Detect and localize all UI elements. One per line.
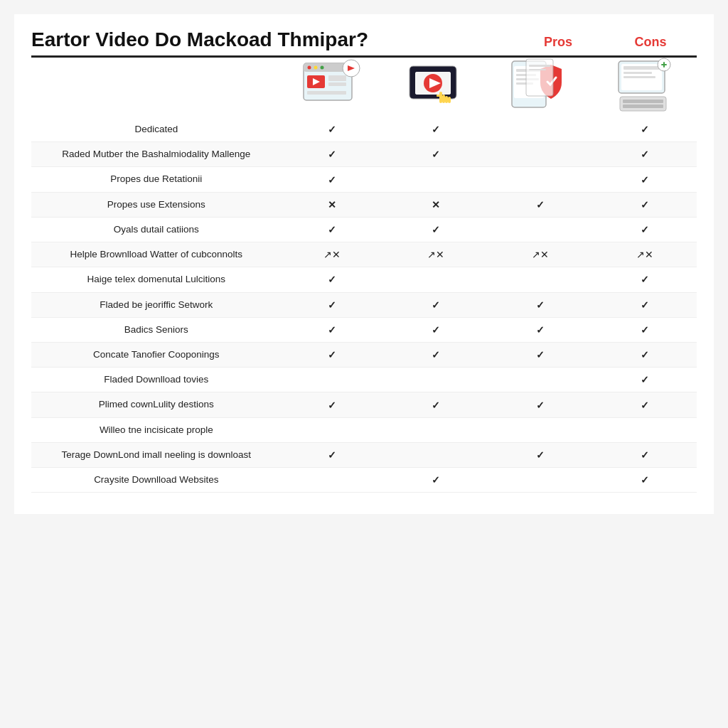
- svg-rect-33: [623, 66, 660, 70]
- col1-cell: ✓: [280, 217, 385, 242]
- cons-label: Cons: [604, 35, 697, 50]
- col2-cell: [384, 167, 488, 192]
- col3-cell: [488, 368, 593, 392]
- table-row: Propes use Extensions✕✕✓✓: [31, 192, 697, 217]
- col4-cell: ✓: [592, 468, 697, 493]
- svg-point-2: [307, 66, 311, 70]
- col4-cell: ✓: [592, 217, 697, 242]
- col1-header: [280, 58, 385, 117]
- svg-rect-38: [623, 105, 663, 108]
- col1-cell: ✓: [280, 392, 385, 417]
- feature-cell: Fladed Downlload tovies: [31, 368, 280, 392]
- col4-cell: ✓: [592, 142, 697, 167]
- table-row: Dedicated✓✓✓: [31, 117, 697, 142]
- table-row: Willeo tne incisicate prople: [31, 417, 697, 442]
- col3-cell: ✓: [488, 442, 593, 467]
- feature-cell: Propes use Extensions: [31, 192, 280, 217]
- feature-cell: Dedicated: [31, 117, 280, 142]
- col2-cell: [384, 368, 488, 392]
- svg-rect-36: [620, 97, 666, 111]
- col2-cell: [384, 267, 488, 292]
- col2-cell: ✕: [384, 192, 488, 217]
- feature-cell: Concate Tanofier Cooponings: [31, 342, 280, 367]
- col1-cell: [280, 368, 385, 392]
- feature-cell: Badics Seniors: [31, 317, 280, 342]
- col2-cell: ✓: [384, 142, 488, 167]
- feature-header: [31, 58, 280, 117]
- col3-cell: ✓: [488, 342, 593, 367]
- col4-cell: ✓: [592, 442, 697, 467]
- svg-rect-21: [437, 95, 442, 97]
- svg-rect-17: [439, 92, 442, 103]
- col2-cell: ✓: [384, 342, 488, 367]
- col4-cell: ✓: [592, 267, 697, 292]
- col4-header: [592, 58, 697, 117]
- col2-cell: [384, 417, 488, 442]
- youtube-icon: [404, 58, 468, 114]
- col4-cell: ✓: [592, 167, 697, 192]
- feature-cell: Craysite Downlload Websites: [31, 468, 280, 493]
- col3-cell: [488, 167, 593, 192]
- col1-cell: ✓: [280, 267, 385, 292]
- col1-cell: ✓: [280, 167, 385, 192]
- table-row: Badics Seniors✓✓✓✓: [31, 317, 697, 342]
- col2-cell: ✓: [384, 217, 488, 242]
- col4-cell: ✓: [592, 192, 697, 217]
- svg-rect-9: [307, 91, 346, 95]
- table-row: Oyals dutail catiions✓✓✓: [31, 217, 697, 242]
- header-row: Eartor Video Do Mackoad Thmipar? Pros Co…: [31, 28, 697, 51]
- feature-cell: Fladed be jeoriffic Setwork: [31, 292, 280, 317]
- col4-cell: ↗✕: [592, 242, 697, 267]
- col3-cell: ✓: [488, 192, 593, 217]
- comparison-table: Dedicated✓✓✓Raded Mutber the Bashalmioda…: [31, 58, 697, 493]
- col3-cell: [488, 267, 593, 292]
- col4-cell: ✓: [592, 342, 697, 367]
- col2-cell: [384, 442, 488, 467]
- svg-rect-30: [529, 69, 546, 70]
- svg-rect-41: [663, 62, 665, 68]
- col4-cell: [592, 417, 697, 442]
- col2-cell: ↗✕: [384, 242, 488, 267]
- feature-cell: Willeo tne incisicate prople: [31, 417, 280, 442]
- svg-rect-28: [526, 59, 553, 96]
- col3-cell: ✓: [488, 317, 593, 342]
- col3-cell: [488, 142, 593, 167]
- feature-cell: Terage DownLond imall neeling is downloa…: [31, 442, 280, 467]
- table-row: Plimed cownLulity destions✓✓✓✓: [31, 392, 697, 417]
- col3-cell: [488, 217, 593, 242]
- table-body: Dedicated✓✓✓Raded Mutber the Bashalmioda…: [31, 117, 697, 493]
- col2-cell: ✓: [384, 317, 488, 342]
- col3-cell: [488, 117, 593, 142]
- pros-label: Pros: [512, 35, 604, 50]
- col3-header: [488, 58, 593, 117]
- col1-cell: [280, 468, 385, 493]
- col1-cell: ✓: [280, 442, 385, 467]
- svg-rect-35: [623, 76, 655, 78]
- col3-cell: ↗✕: [488, 242, 593, 267]
- col4-cell: ✓: [592, 317, 697, 342]
- svg-rect-20: [448, 97, 451, 103]
- col2-cell: ✓: [384, 117, 488, 142]
- feature-cell: Raded Mutber the Bashalmiodality Malleng…: [31, 142, 280, 167]
- svg-point-4: [320, 66, 323, 70]
- col1-cell: ✓: [280, 342, 385, 367]
- col3-cell: [488, 468, 593, 493]
- svg-rect-19: [445, 96, 448, 103]
- table-row: Haige telex domenutal Lulcitions✓✓: [31, 267, 697, 292]
- col4-cell: ✓: [592, 392, 697, 417]
- table-row: Craysite Downlload Websites✓✓: [31, 468, 697, 493]
- col1-cell: ✓: [280, 142, 385, 167]
- svg-rect-37: [623, 100, 663, 103]
- desktop-keyboard-icon: [613, 58, 677, 114]
- svg-rect-29: [529, 65, 550, 67]
- svg-rect-8: [328, 82, 346, 86]
- svg-point-3: [314, 66, 317, 70]
- col3-cell: ✓: [488, 392, 593, 417]
- col1-cell: [280, 417, 385, 442]
- col4-cell: ✓: [592, 292, 697, 317]
- col2-header: [384, 58, 488, 117]
- table-row: Propes due Retationii✓✓: [31, 167, 697, 192]
- col1-cell: ✕: [280, 192, 385, 217]
- icon-header-row: [31, 58, 697, 117]
- feature-cell: Oyals dutail catiions: [31, 217, 280, 242]
